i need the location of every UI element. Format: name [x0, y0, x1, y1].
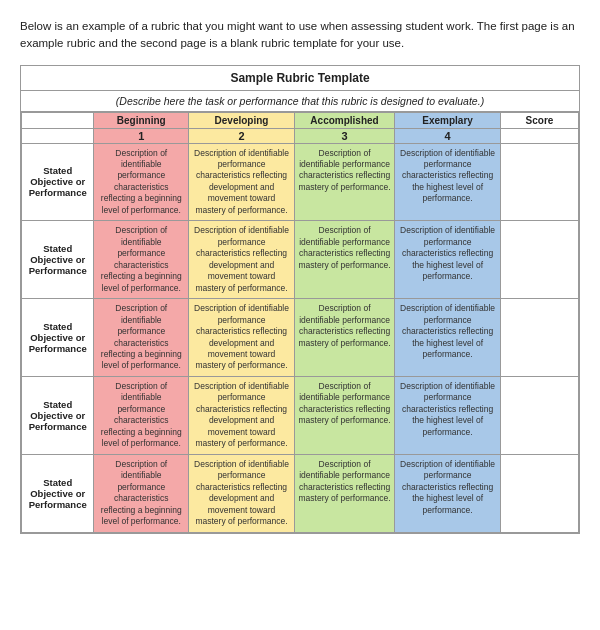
exemplary-cell-3: Description of identifiable performance …: [395, 299, 501, 377]
objective-cell-3: Stated Objective or Performance: [22, 299, 94, 377]
objective-cell-2: Stated Objective or Performance: [22, 221, 94, 299]
number-exemplary: 4: [395, 128, 501, 143]
number-row: 1 2 3 4: [22, 128, 579, 143]
table-row: Stated Objective or PerformanceDescripti…: [22, 376, 579, 454]
accomplished-cell-1: Description of identifiable performance …: [294, 143, 394, 221]
number-accomplished: 3: [294, 128, 394, 143]
developing-cell-1: Description of identifiable performance …: [189, 143, 295, 221]
header-row: Beginning Developing Accomplished Exempl…: [22, 112, 579, 128]
header-objective: [22, 112, 94, 128]
beginning-cell-4: Description of identifiable performance …: [94, 376, 189, 454]
header-accomplished: Accomplished: [294, 112, 394, 128]
header-developing: Developing: [189, 112, 295, 128]
exemplary-cell-4: Description of identifiable performance …: [395, 376, 501, 454]
objective-cell-4: Stated Objective or Performance: [22, 376, 94, 454]
objective-cell-1: Stated Objective or Performance: [22, 143, 94, 221]
intro-text: Below is an example of a rubric that you…: [20, 18, 580, 53]
number-score: [501, 128, 579, 143]
beginning-cell-2: Description of identifiable performance …: [94, 221, 189, 299]
developing-cell-4: Description of identifiable performance …: [189, 376, 295, 454]
rubric-table: Beginning Developing Accomplished Exempl…: [21, 112, 579, 533]
header-score: Score: [501, 112, 579, 128]
score-cell-2: [501, 221, 579, 299]
rubric-title: Sample Rubric Template: [21, 66, 579, 91]
exemplary-cell-5: Description of identifiable performance …: [395, 454, 501, 532]
table-row: Stated Objective or PerformanceDescripti…: [22, 221, 579, 299]
exemplary-cell-2: Description of identifiable performance …: [395, 221, 501, 299]
developing-cell-2: Description of identifiable performance …: [189, 221, 295, 299]
accomplished-cell-3: Description of identifiable performance …: [294, 299, 394, 377]
accomplished-cell-2: Description of identifiable performance …: [294, 221, 394, 299]
score-cell-4: [501, 376, 579, 454]
objective-cell-5: Stated Objective or Performance: [22, 454, 94, 532]
table-row: Stated Objective or PerformanceDescripti…: [22, 299, 579, 377]
header-exemplary: Exemplary: [395, 112, 501, 128]
table-row: Stated Objective or PerformanceDescripti…: [22, 143, 579, 221]
accomplished-cell-5: Description of identifiable performance …: [294, 454, 394, 532]
number-objective: [22, 128, 94, 143]
number-developing: 2: [189, 128, 295, 143]
beginning-cell-1: Description of identifiable performance …: [94, 143, 189, 221]
task-description: (Describe here the task or performance t…: [21, 91, 579, 112]
beginning-cell-3: Description of identifiable performance …: [94, 299, 189, 377]
developing-cell-5: Description of identifiable performance …: [189, 454, 295, 532]
header-beginning: Beginning: [94, 112, 189, 128]
score-cell-1: [501, 143, 579, 221]
table-row: Stated Objective or PerformanceDescripti…: [22, 454, 579, 532]
developing-cell-3: Description of identifiable performance …: [189, 299, 295, 377]
score-cell-3: [501, 299, 579, 377]
rubric-wrapper: Sample Rubric Template (Describe here th…: [20, 65, 580, 534]
beginning-cell-5: Description of identifiable performance …: [94, 454, 189, 532]
accomplished-cell-4: Description of identifiable performance …: [294, 376, 394, 454]
exemplary-cell-1: Description of identifiable performance …: [395, 143, 501, 221]
score-cell-5: [501, 454, 579, 532]
number-beginning: 1: [94, 128, 189, 143]
